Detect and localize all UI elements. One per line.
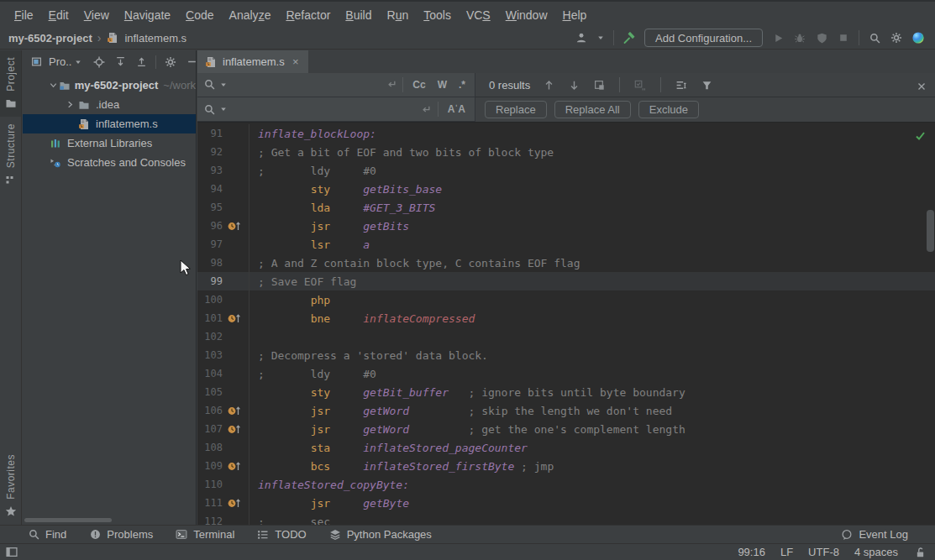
words-toggle[interactable]: W [433,79,451,91]
open-in-find-window-icon[interactable] [592,78,606,92]
breadcrumb-project[interactable]: my-6502-project [8,32,92,44]
code-line-112[interactable]: 112; sec [197,512,935,525]
gutter-jump-icon[interactable] [223,420,250,438]
expand-all-icon[interactable] [113,55,127,69]
line-number[interactable]: 93 [197,165,223,176]
stripe-tab-structure[interactable]: Structure [0,117,21,193]
line-number[interactable]: 91 [197,128,223,139]
code-line-105[interactable]: 105 sty getBit_buffer ; ignore bits unti… [197,383,935,401]
code-line-94[interactable]: 94 sty getBits_base [197,180,935,198]
gutter-jump-icon[interactable] [223,401,250,420]
replace-all-button[interactable]: Replace All [554,101,631,118]
horizontal-scrollbar[interactable] [24,518,112,522]
event-log-button[interactable]: Event Log [840,528,923,542]
menu-window[interactable]: Window [498,8,555,22]
search-everywhere-icon[interactable] [868,31,881,44]
stop-icon[interactable] [837,31,850,44]
menu-refactor[interactable]: Refactor [278,8,338,22]
code-editor[interactable]: 91inflate_blockLoop:92; Get a bit of EOF… [197,122,935,525]
exclude-button[interactable]: Exclude [638,101,699,118]
search-input[interactable]: Cc W .* [197,73,475,97]
newline-icon[interactable] [384,78,397,92]
line-number[interactable]: 96 [197,220,223,232]
toolwindow-button-find[interactable]: Find [27,528,66,542]
chevron-right-icon[interactable] [63,100,76,109]
file-encoding[interactable]: UTF-8 [808,546,839,558]
newline-icon[interactable] [419,102,433,116]
gutter-jump-icon[interactable] [223,457,250,475]
select-all-occurrences-icon[interactable] [633,78,647,92]
coverage-icon[interactable] [815,31,828,44]
gutter-jump-icon[interactable] [223,309,250,327]
tab-close-icon[interactable]: × [290,55,302,68]
menu-help[interactable]: Help [555,8,595,22]
menu-tools[interactable]: Tools [416,8,459,22]
search-history-icon[interactable] [219,81,228,89]
caret-position[interactable]: 99:16 [738,546,765,558]
line-number[interactable]: 98 [197,257,223,269]
menu-build[interactable]: Build [338,8,379,22]
ide-feature-icon[interactable] [911,31,925,44]
code-line-110[interactable]: 110inflateStored_copyByte: [197,475,935,494]
line-number[interactable]: 104 [197,368,223,379]
tool-window-toggle-icon[interactable] [5,546,18,559]
line-number[interactable]: 108 [197,442,223,453]
toolwindow-button-terminal[interactable]: Terminal [175,528,234,542]
menu-analyze[interactable]: Analyze [222,8,279,22]
line-number[interactable]: 111 [197,497,223,509]
build-hammer-icon[interactable] [622,31,636,44]
menu-navigate[interactable]: Navigate [117,8,178,22]
code-line-92[interactable]: 92; Get a bit of EOF and two bits of blo… [197,143,935,161]
line-number[interactable]: 97 [197,238,223,250]
code-line-108[interactable]: 108 sta inflateStored_pageCounter [197,438,935,457]
lock-open-icon[interactable] [913,546,927,559]
hide-panel-icon[interactable] [185,55,197,69]
line-number[interactable]: 94 [197,183,223,195]
collapse-all-icon[interactable] [134,55,148,69]
stripe-tab-project[interactable]: Project [0,50,21,117]
add-configuration-button[interactable]: Add Configuration... [644,29,763,47]
chevron-down-icon[interactable] [596,34,605,42]
line-number[interactable]: 106 [197,405,223,416]
project-view-selector[interactable]: Pro.. [49,55,82,68]
toolwindow-button-problems[interactable]: Problems [88,528,153,542]
search-filter-icon[interactable] [700,78,713,92]
gutter-jump-icon[interactable] [223,217,250,235]
line-number[interactable]: 107 [197,423,223,435]
menu-vcs[interactable]: VCS [459,8,498,22]
tree-item--idea[interactable]: .idea [23,95,196,114]
code-line-106[interactable]: 106 jsr getWord ; skip the length we don… [197,401,935,420]
code-line-111[interactable]: 111 jsr getByte [197,494,935,512]
code-line-96[interactable]: 96 jsr getBits [197,217,935,235]
user-icon[interactable] [575,31,588,44]
code-line-99[interactable]: 99; Save EOF flag [197,272,935,290]
tree-item-external-libraries[interactable]: External Libraries [23,133,196,153]
code-line-100[interactable]: 100 php [197,290,935,309]
replace-input[interactable]: AˈA [197,97,475,122]
tree-item-my-6502-project[interactable]: my-6502-project~/work [23,76,196,95]
next-occurrence-icon[interactable] [567,78,580,92]
code-line-107[interactable]: 107 jsr getWord ; get the one's compleme… [197,420,935,438]
match-case-toggle[interactable]: Cc [408,79,429,91]
code-line-91[interactable]: 91inflate_blockLoop: [197,124,935,143]
code-line-103[interactable]: 103; Decompress a 'stored' data block. [197,346,935,364]
menu-file[interactable]: File [7,8,41,22]
multiline-search-icon[interactable] [675,78,688,92]
menu-view[interactable]: View [76,8,117,22]
line-number[interactable]: 102 [197,331,223,343]
locate-file-icon[interactable] [92,55,106,69]
line-number[interactable]: 110 [197,479,223,490]
replace-button[interactable]: Replace [485,101,547,118]
line-number[interactable]: 100 [197,294,223,306]
tree-item-scratches-and-consoles[interactable]: Scratches and Consoles [23,153,196,172]
line-number[interactable]: 105 [197,386,223,398]
line-number[interactable]: 95 [197,201,223,213]
menu-run[interactable]: Run [380,8,417,22]
code-line-102[interactable]: 102 [197,327,935,346]
code-line-109[interactable]: 109 bcs inflateStored_firstByte ; jmp [197,457,935,475]
gutter-jump-icon[interactable] [223,494,250,512]
settings-gear-icon[interactable] [890,31,903,44]
line-separator[interactable]: LF [780,546,793,558]
previous-occurrence-icon[interactable] [542,78,555,92]
tree-item-inflatemem-s[interactable]: Sinflatemem.s [23,114,196,133]
